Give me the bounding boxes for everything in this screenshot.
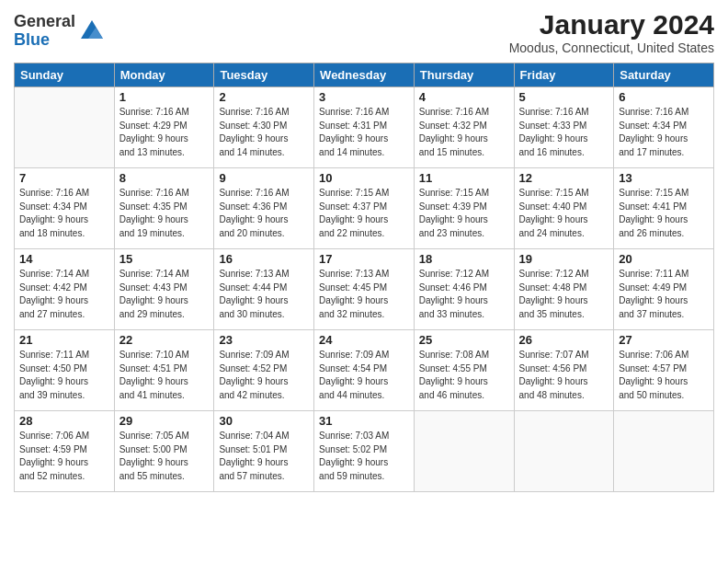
day-number: 16 [219,252,309,266]
day-number: 22 [119,333,210,347]
calendar-page: General Blue January 2024 Moodus, Connec… [0,0,728,563]
calendar-cell: 13Sunrise: 7:15 AM Sunset: 4:41 PM Dayli… [614,168,714,249]
day-info: Sunrise: 7:13 AM Sunset: 4:45 PM Dayligh… [319,268,409,321]
calendar-cell [514,411,614,492]
day-info: Sunrise: 7:11 AM Sunset: 4:50 PM Dayligh… [19,349,109,402]
day-info: Sunrise: 7:04 AM Sunset: 5:01 PM Dayligh… [219,430,309,483]
col-header-sunday: Sunday [15,63,115,87]
calendar-cell [614,411,714,492]
day-number: 11 [419,171,509,185]
col-header-saturday: Saturday [614,63,714,87]
calendar-cell: 3Sunrise: 7:16 AM Sunset: 4:31 PM Daylig… [314,87,415,168]
day-info: Sunrise: 7:16 AM Sunset: 4:31 PM Dayligh… [319,106,409,159]
day-info: Sunrise: 7:15 AM Sunset: 4:37 PM Dayligh… [319,187,409,240]
day-info: Sunrise: 7:16 AM Sunset: 4:36 PM Dayligh… [219,187,309,240]
calendar-cell: 9Sunrise: 7:16 AM Sunset: 4:36 PM Daylig… [214,168,314,249]
day-number: 29 [119,414,210,428]
day-number: 2 [219,90,309,104]
day-number: 5 [519,90,609,104]
day-info: Sunrise: 7:15 AM Sunset: 4:40 PM Dayligh… [519,187,609,240]
day-number: 13 [619,171,709,185]
week-row-4: 28Sunrise: 7:06 AM Sunset: 4:59 PM Dayli… [15,411,714,492]
day-info: Sunrise: 7:12 AM Sunset: 4:46 PM Dayligh… [419,268,509,321]
calendar-cell: 6Sunrise: 7:16 AM Sunset: 4:34 PM Daylig… [614,87,714,168]
logo-blue: Blue [14,30,50,49]
day-number: 23 [219,333,309,347]
day-info: Sunrise: 7:16 AM Sunset: 4:34 PM Dayligh… [19,187,109,240]
calendar-cell: 28Sunrise: 7:06 AM Sunset: 4:59 PM Dayli… [15,411,115,492]
day-number: 24 [319,333,409,347]
day-info: Sunrise: 7:11 AM Sunset: 4:49 PM Dayligh… [619,268,709,321]
calendar-cell: 24Sunrise: 7:09 AM Sunset: 4:54 PM Dayli… [314,330,415,411]
day-number: 4 [419,90,509,104]
logo: General Blue [14,13,105,50]
day-number: 31 [319,414,409,428]
day-number: 6 [619,90,709,104]
day-info: Sunrise: 7:16 AM Sunset: 4:30 PM Dayligh… [219,106,309,159]
calendar-cell: 7Sunrise: 7:16 AM Sunset: 4:34 PM Daylig… [15,168,115,249]
day-number: 15 [119,252,210,266]
day-number: 8 [119,171,210,185]
calendar-cell: 16Sunrise: 7:13 AM Sunset: 4:44 PM Dayli… [214,249,314,330]
calendar-cell: 23Sunrise: 7:09 AM Sunset: 4:52 PM Dayli… [214,330,314,411]
col-header-friday: Friday [514,63,614,87]
calendar-cell: 15Sunrise: 7:14 AM Sunset: 4:43 PM Dayli… [114,249,214,330]
col-header-monday: Monday [114,63,214,87]
col-header-wednesday: Wednesday [314,63,415,87]
calendar-cell: 30Sunrise: 7:04 AM Sunset: 5:01 PM Dayli… [214,411,314,492]
calendar-cell: 12Sunrise: 7:15 AM Sunset: 4:40 PM Dayli… [514,168,614,249]
day-number: 20 [619,252,709,266]
calendar-cell: 11Sunrise: 7:15 AM Sunset: 4:39 PM Dayli… [414,168,514,249]
day-info: Sunrise: 7:08 AM Sunset: 4:55 PM Dayligh… [419,349,509,402]
header: General Blue January 2024 Moodus, Connec… [14,9,714,55]
day-number: 19 [519,252,609,266]
location: Moodus, Connecticut, United States [509,40,714,55]
day-info: Sunrise: 7:14 AM Sunset: 4:42 PM Dayligh… [19,268,109,321]
day-number: 17 [319,252,409,266]
day-info: Sunrise: 7:15 AM Sunset: 4:39 PM Dayligh… [419,187,509,240]
day-info: Sunrise: 7:16 AM Sunset: 4:35 PM Dayligh… [119,187,210,240]
week-row-0: 1Sunrise: 7:16 AM Sunset: 4:29 PM Daylig… [15,87,714,168]
calendar-table: SundayMondayTuesdayWednesdayThursdayFrid… [14,63,714,492]
day-number: 14 [19,252,109,266]
day-info: Sunrise: 7:12 AM Sunset: 4:48 PM Dayligh… [519,268,609,321]
month-title: January 2024 [509,9,714,40]
day-info: Sunrise: 7:16 AM Sunset: 4:32 PM Dayligh… [419,106,509,159]
day-number: 26 [519,333,609,347]
calendar-cell: 14Sunrise: 7:14 AM Sunset: 4:42 PM Dayli… [15,249,115,330]
calendar-cell: 20Sunrise: 7:11 AM Sunset: 4:49 PM Dayli… [614,249,714,330]
week-row-2: 14Sunrise: 7:14 AM Sunset: 4:42 PM Dayli… [15,249,714,330]
day-number: 18 [419,252,509,266]
day-info: Sunrise: 7:16 AM Sunset: 4:29 PM Dayligh… [119,106,210,159]
calendar-cell: 18Sunrise: 7:12 AM Sunset: 4:46 PM Dayli… [414,249,514,330]
calendar-cell: 27Sunrise: 7:06 AM Sunset: 4:57 PM Dayli… [614,330,714,411]
day-number: 28 [19,414,109,428]
day-info: Sunrise: 7:16 AM Sunset: 4:33 PM Dayligh… [519,106,609,159]
calendar-cell: 19Sunrise: 7:12 AM Sunset: 4:48 PM Dayli… [514,249,614,330]
logo-general: General [14,12,75,30]
day-number: 1 [119,90,210,104]
calendar-cell: 22Sunrise: 7:10 AM Sunset: 4:51 PM Dayli… [114,330,214,411]
day-info: Sunrise: 7:14 AM Sunset: 4:43 PM Dayligh… [119,268,210,321]
calendar-cell: 2Sunrise: 7:16 AM Sunset: 4:30 PM Daylig… [214,87,314,168]
calendar-cell [15,87,115,168]
col-header-thursday: Thursday [414,63,514,87]
day-info: Sunrise: 7:07 AM Sunset: 4:56 PM Dayligh… [519,349,609,402]
calendar-cell: 1Sunrise: 7:16 AM Sunset: 4:29 PM Daylig… [114,87,214,168]
calendar-cell: 5Sunrise: 7:16 AM Sunset: 4:33 PM Daylig… [514,87,614,168]
calendar-cell: 25Sunrise: 7:08 AM Sunset: 4:55 PM Dayli… [414,330,514,411]
title-area: January 2024 Moodus, Connecticut, United… [509,9,714,55]
calendar-cell: 8Sunrise: 7:16 AM Sunset: 4:35 PM Daylig… [114,168,214,249]
day-info: Sunrise: 7:06 AM Sunset: 4:59 PM Dayligh… [19,430,109,483]
calendar-cell: 21Sunrise: 7:11 AM Sunset: 4:50 PM Dayli… [15,330,115,411]
day-info: Sunrise: 7:05 AM Sunset: 5:00 PM Dayligh… [119,430,210,483]
col-header-tuesday: Tuesday [214,63,314,87]
day-number: 25 [419,333,509,347]
calendar-cell [414,411,514,492]
day-info: Sunrise: 7:09 AM Sunset: 4:52 PM Dayligh… [219,349,309,402]
day-number: 7 [19,171,109,185]
calendar-header-row: SundayMondayTuesdayWednesdayThursdayFrid… [15,63,714,87]
day-info: Sunrise: 7:13 AM Sunset: 4:44 PM Dayligh… [219,268,309,321]
day-info: Sunrise: 7:15 AM Sunset: 4:41 PM Dayligh… [619,187,709,240]
day-number: 10 [319,171,409,185]
